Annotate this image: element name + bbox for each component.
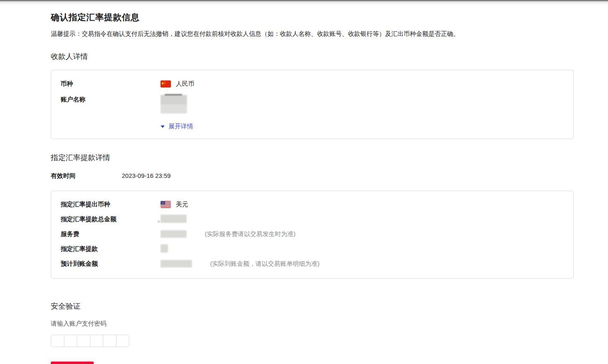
confirm-submit-button[interactable]: 确认提交: [51, 362, 94, 364]
payee-card: 币种 人民币 账户名称: [51, 70, 574, 139]
account-name-redacted-value: [161, 95, 187, 113]
security-section-heading: 安全验证: [51, 301, 608, 311]
rate-withdraw-row: 指定汇率提款: [61, 244, 564, 253]
total-amount-redacted-value: [161, 215, 187, 223]
currency-label: 币种: [61, 79, 161, 88]
account-name-row: 账户名称: [61, 95, 564, 113]
cn-flag-icon: [161, 80, 171, 87]
service-fee-note: (实际服务费请以交易发生时为准): [205, 229, 296, 239]
valid-time-value: 2023-09-16 23:59: [122, 172, 170, 180]
password-digit-cell-4[interactable]: [90, 335, 104, 347]
warning-text: 温馨提示：交易指令在确认支付后无法撤销，建议您在付款前核对收款人信息（如：收款人…: [51, 30, 608, 38]
withdrawal-section-heading: 指定汇率提款详情: [51, 153, 608, 163]
service-fee-row: 服务费 (实际服务费请以交易发生时为准): [61, 229, 564, 239]
page-title: 确认指定汇率提款信息: [51, 12, 608, 23]
account-name-label: 账户名称: [61, 95, 161, 104]
rate-withdraw-label: 指定汇率提款: [61, 244, 161, 253]
valid-time-label: 有效时间: [51, 172, 122, 180]
payee-section-heading: 收款人详情: [51, 52, 608, 61]
password-digit-cell-1[interactable]: [51, 335, 64, 347]
main-content: 确认指定汇率提款信息 温馨提示：交易指令在确认支付后无法撤销，建议您在付款前核对…: [0, 12, 608, 364]
top-edge-shadow: [0, 0, 608, 6]
password-digit-cell-3[interactable]: [77, 335, 90, 347]
action-buttons: 确认提交 上一步: [51, 362, 608, 364]
arrival-amount-label: 预计到账金额: [61, 259, 161, 268]
withdraw-currency-label: 指定汇率提出币种: [61, 200, 161, 209]
currency-row: 币种 人民币: [61, 79, 564, 88]
service-fee-label: 服务费: [61, 229, 161, 239]
withdrawal-card: 指定汇率提出币种: [51, 191, 574, 279]
service-fee-redacted-value: [161, 230, 187, 238]
currency-value: 人民币: [176, 79, 194, 88]
arrival-amount-row: 预计到账金额 (实际到账金额，请以交易账单明细为准): [61, 259, 564, 268]
expand-details-link[interactable]: 展开详情: [161, 123, 193, 130]
password-digit-cell-6[interactable]: [116, 335, 129, 347]
expand-details-label: 展开详情: [168, 123, 193, 130]
us-flag-icon: [161, 201, 171, 208]
arrival-amount-note: (实际到账金额，请以交易账单明细为准): [210, 259, 319, 268]
payment-password-input[interactable]: [51, 335, 129, 347]
triangle-down-icon: [161, 125, 165, 128]
password-digit-cell-2[interactable]: [64, 335, 78, 347]
withdraw-currency-value: 美元: [176, 200, 188, 209]
withdraw-currency-row: 指定汇率提出币种: [61, 200, 564, 209]
total-amount-row: 指定汇率提款总金额: [61, 215, 564, 224]
total-amount-label: 指定汇率提款总金额: [61, 215, 161, 224]
arrival-amount-redacted-value: [161, 260, 192, 267]
password-digit-cell-5[interactable]: [103, 335, 116, 347]
rate-withdraw-redacted-value: [161, 244, 168, 253]
password-prompt: 请输入账户支付密码: [51, 320, 608, 328]
valid-time-row: 有效时间 2023-09-16 23:59: [51, 172, 608, 180]
